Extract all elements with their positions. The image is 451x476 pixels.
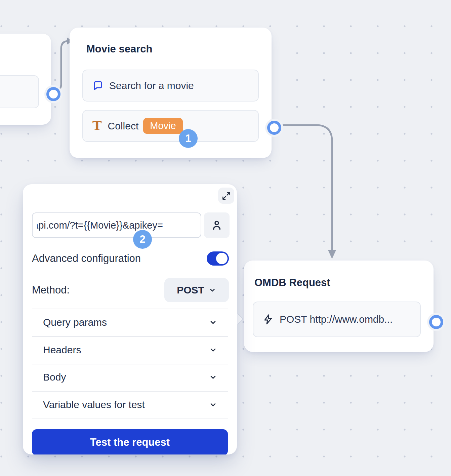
omdb-request-node[interactable]: OMDB Request POST http://www.omdb... xyxy=(244,261,434,352)
section-body[interactable]: Body xyxy=(23,367,237,387)
test-request-button[interactable]: Test the request xyxy=(32,429,228,454)
method-select[interactable]: POST xyxy=(164,278,229,302)
chevron-down-icon xyxy=(209,346,217,354)
connector-movie-to-omdb xyxy=(276,125,332,251)
section-label: Variable values for test xyxy=(43,399,209,410)
node-item-collect-movie[interactable]: T Collect Movie xyxy=(82,110,259,142)
output-port-movie-search[interactable] xyxy=(267,121,281,135)
step-badge-2: 2 xyxy=(133,230,152,249)
section-label: Body xyxy=(43,371,209,383)
divider xyxy=(32,419,228,419)
chevron-down-icon xyxy=(209,318,217,327)
output-port-omdb[interactable] xyxy=(429,315,443,329)
movie-variable-chip[interactable]: Movie xyxy=(143,118,182,134)
chevron-down-icon xyxy=(209,400,217,409)
connector-left xyxy=(52,41,69,91)
section-query-params[interactable]: Query params xyxy=(23,312,237,332)
request-config-panel: Advanced configuration Method: POST Quer… xyxy=(23,184,237,454)
chat-bubble-icon xyxy=(92,80,103,91)
section-variable-values[interactable]: Variable values for test xyxy=(23,395,237,415)
section-label: Headers xyxy=(43,344,209,356)
node-item-label: Search for a movie xyxy=(109,80,194,91)
section-label: Query params xyxy=(43,317,209,328)
expand-button[interactable] xyxy=(218,188,234,204)
section-headers[interactable]: Headers xyxy=(23,340,237,360)
chevron-down-icon xyxy=(209,373,217,382)
flow-canvas[interactable]: Movie search Search for a movie T Collec… xyxy=(0,0,451,476)
url-input[interactable] xyxy=(32,212,201,238)
divider xyxy=(32,336,228,337)
node-item-post-request[interactable]: POST http://www.omdb... xyxy=(253,302,421,337)
connector-down-arrowhead-icon xyxy=(328,250,336,259)
toggle-knob xyxy=(216,253,228,264)
partial-node-left[interactable] xyxy=(0,34,51,125)
person-icon xyxy=(211,219,223,231)
output-port-left-node[interactable] xyxy=(46,87,60,101)
advanced-config-label: Advanced configuration xyxy=(32,252,141,265)
lightning-icon xyxy=(263,314,274,325)
method-label: Method: xyxy=(32,284,70,296)
node-item[interactable] xyxy=(0,75,39,108)
divider xyxy=(32,391,228,392)
node-item-label: Collect xyxy=(108,120,139,132)
collect-text-icon: T xyxy=(92,120,102,132)
node-title: OMDB Request xyxy=(254,277,330,289)
method-value: POST xyxy=(177,284,204,296)
node-item-label: POST http://www.omdb... xyxy=(280,314,393,325)
node-title: Movie search xyxy=(86,43,152,55)
movie-search-node[interactable]: Movie search Search for a movie T Collec… xyxy=(70,28,272,158)
person-button[interactable] xyxy=(204,212,230,238)
divider xyxy=(32,364,228,364)
expand-icon xyxy=(222,191,231,200)
advanced-config-toggle[interactable] xyxy=(207,251,229,266)
chevron-down-icon xyxy=(208,286,216,294)
step-badge-1: 1 xyxy=(179,129,198,148)
divider xyxy=(32,309,228,309)
node-item-search-for-movie[interactable]: Search for a movie xyxy=(82,70,259,102)
